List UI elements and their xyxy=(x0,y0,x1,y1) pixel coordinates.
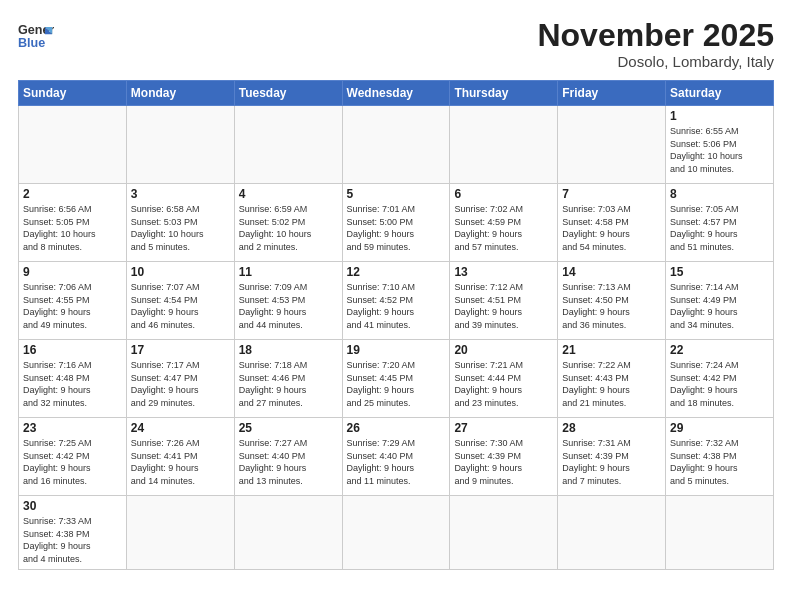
week-row-1: 1Sunrise: 6:55 AM Sunset: 5:06 PM Daylig… xyxy=(19,106,774,184)
calendar-cell: 25Sunrise: 7:27 AM Sunset: 4:40 PM Dayli… xyxy=(234,418,342,496)
calendar-cell: 20Sunrise: 7:21 AM Sunset: 4:44 PM Dayli… xyxy=(450,340,558,418)
header: General Blue November 2025 Dosolo, Lomba… xyxy=(18,18,774,70)
calendar-cell: 3Sunrise: 6:58 AM Sunset: 5:03 PM Daylig… xyxy=(126,184,234,262)
calendar-cell: 5Sunrise: 7:01 AM Sunset: 5:00 PM Daylig… xyxy=(342,184,450,262)
day-number: 5 xyxy=(347,187,446,201)
calendar-cell: 7Sunrise: 7:03 AM Sunset: 4:58 PM Daylig… xyxy=(558,184,666,262)
day-info: Sunrise: 7:20 AM Sunset: 4:45 PM Dayligh… xyxy=(347,359,446,409)
calendar-cell xyxy=(234,106,342,184)
day-info: Sunrise: 7:16 AM Sunset: 4:48 PM Dayligh… xyxy=(23,359,122,409)
header-tuesday: Tuesday xyxy=(234,81,342,106)
day-number: 25 xyxy=(239,421,338,435)
calendar-cell: 29Sunrise: 7:32 AM Sunset: 4:38 PM Dayli… xyxy=(666,418,774,496)
week-row-5: 23Sunrise: 7:25 AM Sunset: 4:42 PM Dayli… xyxy=(19,418,774,496)
day-number: 24 xyxy=(131,421,230,435)
calendar-cell: 15Sunrise: 7:14 AM Sunset: 4:49 PM Dayli… xyxy=(666,262,774,340)
day-number: 13 xyxy=(454,265,553,279)
weekday-header-row: Sunday Monday Tuesday Wednesday Thursday… xyxy=(19,81,774,106)
header-saturday: Saturday xyxy=(666,81,774,106)
calendar-cell: 27Sunrise: 7:30 AM Sunset: 4:39 PM Dayli… xyxy=(450,418,558,496)
header-monday: Monday xyxy=(126,81,234,106)
calendar-cell: 30Sunrise: 7:33 AM Sunset: 4:38 PM Dayli… xyxy=(19,496,127,569)
day-info: Sunrise: 6:59 AM Sunset: 5:02 PM Dayligh… xyxy=(239,203,338,253)
day-info: Sunrise: 7:02 AM Sunset: 4:59 PM Dayligh… xyxy=(454,203,553,253)
day-number: 20 xyxy=(454,343,553,357)
day-number: 27 xyxy=(454,421,553,435)
title-block: November 2025 Dosolo, Lombardy, Italy xyxy=(537,18,774,70)
calendar-cell xyxy=(19,106,127,184)
day-info: Sunrise: 7:29 AM Sunset: 4:40 PM Dayligh… xyxy=(347,437,446,487)
day-info: Sunrise: 6:56 AM Sunset: 5:05 PM Dayligh… xyxy=(23,203,122,253)
header-sunday: Sunday xyxy=(19,81,127,106)
day-number: 18 xyxy=(239,343,338,357)
day-info: Sunrise: 7:12 AM Sunset: 4:51 PM Dayligh… xyxy=(454,281,553,331)
week-row-6: 30Sunrise: 7:33 AM Sunset: 4:38 PM Dayli… xyxy=(19,496,774,569)
header-friday: Friday xyxy=(558,81,666,106)
calendar-cell: 16Sunrise: 7:16 AM Sunset: 4:48 PM Dayli… xyxy=(19,340,127,418)
calendar-cell: 17Sunrise: 7:17 AM Sunset: 4:47 PM Dayli… xyxy=(126,340,234,418)
month-title: November 2025 xyxy=(537,18,774,53)
day-number: 28 xyxy=(562,421,661,435)
calendar-cell: 10Sunrise: 7:07 AM Sunset: 4:54 PM Dayli… xyxy=(126,262,234,340)
day-info: Sunrise: 7:21 AM Sunset: 4:44 PM Dayligh… xyxy=(454,359,553,409)
day-info: Sunrise: 7:06 AM Sunset: 4:55 PM Dayligh… xyxy=(23,281,122,331)
day-number: 23 xyxy=(23,421,122,435)
calendar-cell: 4Sunrise: 6:59 AM Sunset: 5:02 PM Daylig… xyxy=(234,184,342,262)
day-info: Sunrise: 7:32 AM Sunset: 4:38 PM Dayligh… xyxy=(670,437,769,487)
day-number: 6 xyxy=(454,187,553,201)
header-wednesday: Wednesday xyxy=(342,81,450,106)
calendar-cell xyxy=(342,106,450,184)
day-number: 29 xyxy=(670,421,769,435)
day-info: Sunrise: 7:07 AM Sunset: 4:54 PM Dayligh… xyxy=(131,281,230,331)
calendar-cell: 28Sunrise: 7:31 AM Sunset: 4:39 PM Dayli… xyxy=(558,418,666,496)
day-number: 21 xyxy=(562,343,661,357)
logo: General Blue xyxy=(18,18,54,54)
day-info: Sunrise: 7:05 AM Sunset: 4:57 PM Dayligh… xyxy=(670,203,769,253)
calendar-cell xyxy=(450,106,558,184)
calendar-cell: 1Sunrise: 6:55 AM Sunset: 5:06 PM Daylig… xyxy=(666,106,774,184)
calendar: Sunday Monday Tuesday Wednesday Thursday… xyxy=(18,80,774,569)
calendar-cell: 6Sunrise: 7:02 AM Sunset: 4:59 PM Daylig… xyxy=(450,184,558,262)
day-number: 11 xyxy=(239,265,338,279)
week-row-3: 9Sunrise: 7:06 AM Sunset: 4:55 PM Daylig… xyxy=(19,262,774,340)
day-info: Sunrise: 7:24 AM Sunset: 4:42 PM Dayligh… xyxy=(670,359,769,409)
day-number: 4 xyxy=(239,187,338,201)
calendar-cell: 2Sunrise: 6:56 AM Sunset: 5:05 PM Daylig… xyxy=(19,184,127,262)
calendar-cell: 9Sunrise: 7:06 AM Sunset: 4:55 PM Daylig… xyxy=(19,262,127,340)
calendar-cell: 23Sunrise: 7:25 AM Sunset: 4:42 PM Dayli… xyxy=(19,418,127,496)
day-info: Sunrise: 6:58 AM Sunset: 5:03 PM Dayligh… xyxy=(131,203,230,253)
calendar-cell: 8Sunrise: 7:05 AM Sunset: 4:57 PM Daylig… xyxy=(666,184,774,262)
day-number: 2 xyxy=(23,187,122,201)
calendar-cell xyxy=(450,496,558,569)
location-title: Dosolo, Lombardy, Italy xyxy=(537,53,774,70)
calendar-cell: 12Sunrise: 7:10 AM Sunset: 4:52 PM Dayli… xyxy=(342,262,450,340)
day-info: Sunrise: 7:13 AM Sunset: 4:50 PM Dayligh… xyxy=(562,281,661,331)
calendar-cell xyxy=(234,496,342,569)
day-info: Sunrise: 7:10 AM Sunset: 4:52 PM Dayligh… xyxy=(347,281,446,331)
calendar-cell xyxy=(558,106,666,184)
svg-text:Blue: Blue xyxy=(18,36,45,50)
calendar-cell xyxy=(666,496,774,569)
general-blue-icon: General Blue xyxy=(18,18,54,54)
calendar-cell: 21Sunrise: 7:22 AM Sunset: 4:43 PM Dayli… xyxy=(558,340,666,418)
day-info: Sunrise: 7:27 AM Sunset: 4:40 PM Dayligh… xyxy=(239,437,338,487)
day-number: 3 xyxy=(131,187,230,201)
day-number: 16 xyxy=(23,343,122,357)
calendar-cell: 13Sunrise: 7:12 AM Sunset: 4:51 PM Dayli… xyxy=(450,262,558,340)
day-number: 17 xyxy=(131,343,230,357)
calendar-cell: 18Sunrise: 7:18 AM Sunset: 4:46 PM Dayli… xyxy=(234,340,342,418)
day-number: 30 xyxy=(23,499,122,513)
calendar-cell: 22Sunrise: 7:24 AM Sunset: 4:42 PM Dayli… xyxy=(666,340,774,418)
day-info: Sunrise: 7:31 AM Sunset: 4:39 PM Dayligh… xyxy=(562,437,661,487)
week-row-4: 16Sunrise: 7:16 AM Sunset: 4:48 PM Dayli… xyxy=(19,340,774,418)
day-info: Sunrise: 7:33 AM Sunset: 4:38 PM Dayligh… xyxy=(23,515,122,565)
calendar-cell: 11Sunrise: 7:09 AM Sunset: 4:53 PM Dayli… xyxy=(234,262,342,340)
calendar-cell: 24Sunrise: 7:26 AM Sunset: 4:41 PM Dayli… xyxy=(126,418,234,496)
day-info: Sunrise: 7:14 AM Sunset: 4:49 PM Dayligh… xyxy=(670,281,769,331)
day-number: 1 xyxy=(670,109,769,123)
day-number: 15 xyxy=(670,265,769,279)
day-info: Sunrise: 7:18 AM Sunset: 4:46 PM Dayligh… xyxy=(239,359,338,409)
calendar-cell: 14Sunrise: 7:13 AM Sunset: 4:50 PM Dayli… xyxy=(558,262,666,340)
day-number: 19 xyxy=(347,343,446,357)
day-number: 8 xyxy=(670,187,769,201)
